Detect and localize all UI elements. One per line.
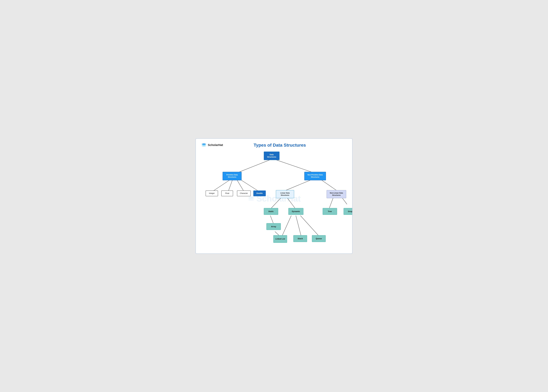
logo: ScholarHat (201, 143, 223, 147)
node-stack: Stack (293, 235, 307, 242)
connector-lines (201, 149, 347, 248)
svg-line-13 (282, 216, 291, 236)
node-data-structures: Data Structures (264, 152, 280, 160)
node-graph: Graph (344, 208, 353, 215)
svg-line-9 (287, 198, 295, 208)
page-title: Types of Data Structures (223, 143, 337, 148)
node-queue: Queue (312, 235, 326, 242)
svg-line-5 (241, 180, 258, 191)
svg-line-4 (237, 180, 244, 191)
node-non-primitive: Non-Primitive Data Structures (304, 172, 326, 180)
svg-line-8 (271, 198, 281, 208)
node-integer: Integer (206, 190, 218, 196)
node-array: Array (267, 223, 281, 230)
node-static: Static (264, 208, 278, 215)
svg-line-0 (236, 160, 270, 173)
node-dynamic: Dynamic (288, 208, 303, 215)
node-float: Float (221, 190, 233, 196)
diagram: ScholarHat (201, 149, 347, 248)
node-tree: Tree (323, 208, 337, 215)
svg-line-12 (270, 216, 274, 224)
logo-text: ScholarHat (208, 143, 223, 147)
header: ScholarHat Types of Data Structures (201, 143, 347, 148)
svg-line-14 (296, 216, 301, 236)
node-linked-list: Linked List (273, 235, 287, 243)
svg-line-11 (342, 198, 347, 208)
node-primitive: Primitive Data Structures (223, 172, 242, 180)
scholarhat-logo-icon (201, 143, 207, 147)
svg-line-15 (300, 216, 319, 236)
svg-line-10 (329, 198, 333, 208)
node-double: Double (253, 190, 266, 196)
node-non-linear: Non-Linear Data Structures (327, 190, 346, 198)
svg-line-3 (229, 180, 232, 191)
svg-line-1 (275, 160, 315, 173)
svg-line-2 (213, 180, 230, 191)
slide: ScholarHat Types of Data Structures Scho… (195, 138, 353, 254)
node-linear: Linear Data Structures (276, 190, 294, 198)
svg-line-6 (285, 180, 311, 191)
node-character: Character (237, 190, 251, 196)
svg-line-7 (321, 180, 337, 191)
